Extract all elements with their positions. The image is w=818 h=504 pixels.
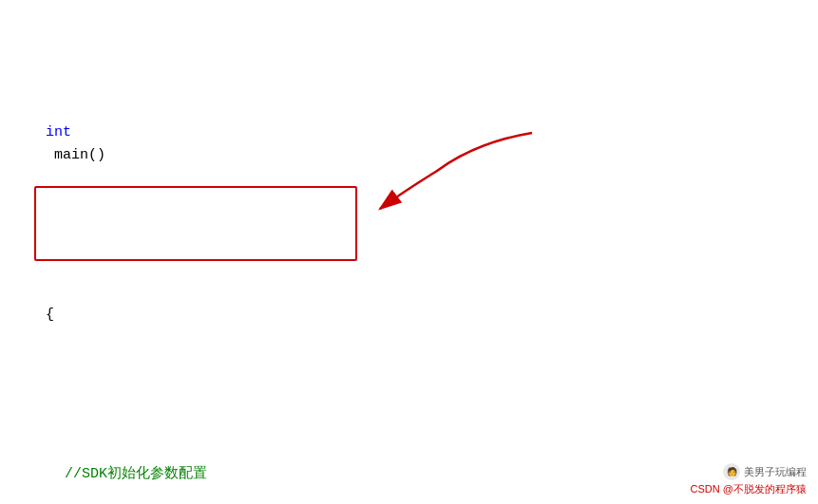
- watermark: 🧑 美男子玩编程 CSDN @不脱发的程序猿: [691, 463, 807, 496]
- watermark-platform: CSDN: [691, 483, 720, 495]
- keyword-int: int: [46, 124, 71, 140]
- watermark-author: @不脱发的程序猿: [723, 483, 807, 495]
- watermark-site: 美男子玩编程: [744, 465, 807, 479]
- code-line-1: int main(): [11, 99, 807, 190]
- watermark-bottom: CSDN @不脱发的程序猿: [691, 482, 807, 496]
- code-line-2: {: [11, 281, 807, 349]
- watermark-icon: 🧑: [723, 463, 740, 480]
- code-area: int main() { //SDK初始化参数配置 //system("chcp…: [0, 0, 818, 504]
- watermark-top: 🧑 美男子玩编程: [723, 463, 807, 480]
- func-main: main(): [46, 147, 105, 163]
- code-line-3: //SDK初始化参数配置: [11, 440, 807, 504]
